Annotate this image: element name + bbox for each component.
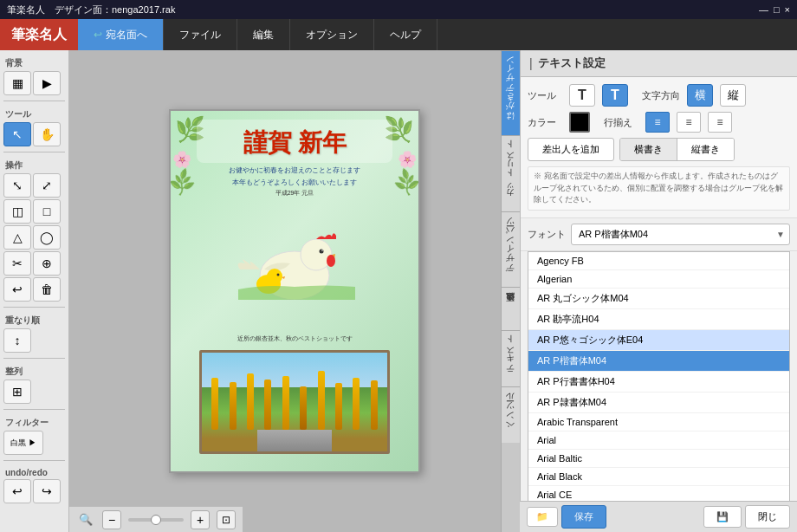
delete-btn[interactable]: 🗑 bbox=[33, 277, 61, 302]
titlebar: 筆楽名人 デザイン面：nenga2017.rak — □ × bbox=[0, 0, 797, 19]
postcard-title: 謹賀 新年 bbox=[243, 127, 347, 159]
menu-item-options[interactable]: オプション bbox=[290, 19, 374, 50]
horizontal-writing-btn[interactable]: 横書き bbox=[620, 139, 677, 160]
menu-item-file[interactable]: ファイル bbox=[164, 19, 237, 50]
tri-btn[interactable]: △ bbox=[3, 225, 31, 250]
save-btn[interactable]: 保存 bbox=[561, 505, 606, 529]
right-panel-header: | テキスト設定 bbox=[521, 50, 797, 77]
left-toolbar: 背景 ▦ ▶ ツール ↖ ✋ 操作 ⤡ ⤢ ◫ □ △ ◯ ✂ ⊕ ↩ bbox=[0, 50, 69, 532]
rect-btn[interactable]: ◫ bbox=[3, 199, 31, 224]
info-text: ※ 宛名面で設定中の差出人情報から作成します。作成されたものはグループ化されてい… bbox=[528, 166, 790, 211]
font-option-10[interactable]: Arial Baltic bbox=[528, 450, 789, 468]
align-btn[interactable]: ⊞ bbox=[3, 380, 31, 404]
direction-horizontal-btn[interactable]: 横 bbox=[687, 84, 713, 107]
close-btn[interactable]: × bbox=[785, 4, 790, 15]
font-option-0[interactable]: Agency FB bbox=[528, 252, 789, 270]
menubar: 筆楽名人 ↩ 宛名面へ ファイル 編集 オプション ヘルプ bbox=[0, 19, 797, 50]
app-logo: 筆楽名人 bbox=[0, 19, 78, 50]
maximize-btn[interactable]: □ bbox=[774, 4, 780, 15]
bg-btn[interactable]: ▦ bbox=[3, 71, 31, 95]
zoom-icon: 🔍 bbox=[76, 510, 95, 529]
font-option-11[interactable]: Arial Black bbox=[528, 468, 789, 486]
close-panel-btn[interactable]: 閉じ bbox=[745, 505, 790, 529]
font-dropdown-arrow: ▼ bbox=[776, 230, 785, 239]
undo-hist-btn[interactable]: ↩ bbox=[3, 479, 31, 503]
vtab-design[interactable]: デザインパーツ bbox=[502, 211, 520, 287]
menu-item-canvas[interactable]: ↩ 宛名面へ bbox=[78, 19, 164, 50]
direction-vertical-btn[interactable]: 縦 bbox=[720, 84, 746, 107]
font-option-9[interactable]: Arial bbox=[528, 431, 789, 450]
align-right-btn[interactable]: ≡ bbox=[708, 112, 732, 133]
rect2-btn[interactable]: □ bbox=[33, 199, 61, 224]
undo-btn[interactable]: ↩ bbox=[3, 277, 31, 302]
font-option-1[interactable]: Algerian bbox=[528, 270, 789, 289]
color-swatch[interactable] bbox=[569, 112, 590, 133]
close-right-btn[interactable]: 💾 bbox=[703, 506, 742, 528]
redo-hist-btn[interactable]: ↪ bbox=[33, 479, 61, 503]
zoom-fit-btn[interactable]: ⊡ bbox=[217, 510, 236, 529]
panel-icon: | bbox=[529, 56, 533, 70]
font-option-3[interactable]: AR 勘亭流H04 bbox=[528, 309, 789, 330]
font-select-display[interactable]: AR P楷書体M04 ▼ bbox=[571, 224, 790, 245]
direction-label: 文字方向 bbox=[642, 89, 680, 102]
align-left-btn[interactable]: ≡ bbox=[645, 112, 670, 133]
font-current-value: AR P楷書体M04 bbox=[579, 228, 648, 241]
font-label: フォント bbox=[528, 228, 566, 241]
font-option-5[interactable]: AR P楷書体M04 bbox=[528, 351, 789, 372]
svg-point-7 bbox=[277, 274, 280, 276]
titlebar-title: 筆楽名人 デザイン面：nenga2017.rak bbox=[7, 3, 175, 16]
tool-section-label: ツール bbox=[3, 105, 65, 122]
svg-point-4 bbox=[327, 255, 335, 267]
minimize-btn[interactable]: — bbox=[759, 4, 768, 15]
align-label: 行揃え bbox=[604, 116, 638, 129]
vertical-writing-btn[interactable]: 縦書き bbox=[677, 139, 734, 160]
right-panel: | テキスト設定 ツール T T 文字方向 横 縦 カラー 行揃え ≡ ≡ ≡ bbox=[520, 50, 797, 532]
scale2-btn[interactable]: ⤢ bbox=[33, 173, 61, 198]
menu-item-help[interactable]: ヘルプ bbox=[374, 19, 437, 50]
text-tool-btn-filled[interactable]: T bbox=[602, 84, 628, 107]
zoom-in-btn[interactable]: + bbox=[191, 510, 210, 529]
svg-point-6 bbox=[267, 269, 282, 284]
zoom-slider[interactable] bbox=[128, 518, 184, 522]
zoom-out-btn[interactable]: − bbox=[102, 510, 121, 529]
add-btn[interactable]: ⊕ bbox=[33, 251, 61, 276]
photo-caption: 近所の銀杏並木、秋のベストショットです bbox=[237, 334, 353, 343]
color-label: カラー bbox=[528, 116, 562, 129]
font-dropdown[interactable]: Agency FBAlgerianAR 丸ゴシック体M04AR 勘亭流H04AR… bbox=[528, 251, 790, 533]
hand-tool-btn[interactable]: ✋ bbox=[33, 122, 61, 146]
menu-item-edit[interactable]: 編集 bbox=[237, 19, 290, 50]
font-option-6[interactable]: AR P行書書体H04 bbox=[528, 372, 789, 393]
text-tool-btn-outline[interactable]: T bbox=[569, 84, 595, 107]
postcard: 🌿 🌿 🌸 🌸 🌿 🌿 謹賀 新年 お健やかに初春をお迎えのことと存じます 本年… bbox=[169, 109, 420, 473]
main-content: 背景 ▦ ▶ ツール ↖ ✋ 操作 ⤡ ⤢ ◫ □ △ ◯ ✂ ⊕ ↩ bbox=[0, 50, 797, 532]
filter-bw-btn[interactable]: 白黒 ▶ bbox=[3, 431, 43, 455]
vtab-hagaki[interactable]: はがきデザイン bbox=[502, 50, 520, 135]
import-btn[interactable]: 📁 bbox=[527, 507, 558, 527]
canvas-icon: ↩ bbox=[94, 29, 102, 41]
order-btn[interactable]: ↕ bbox=[3, 328, 31, 353]
font-option-4[interactable]: AR P悠々ゴシック体E04 bbox=[528, 330, 789, 351]
font-option-2[interactable]: AR 丸ゴシック体M04 bbox=[528, 289, 789, 309]
menu-items: ↩ 宛名面へ ファイル 編集 オプション ヘルプ bbox=[78, 19, 797, 50]
add-sender-btn[interactable]: 差出人を追加 bbox=[528, 138, 614, 161]
ops-section-label: 操作 bbox=[3, 156, 65, 173]
vtab-pen[interactable]: ペンツール bbox=[502, 386, 520, 443]
bg-arrow-btn[interactable]: ▶ bbox=[33, 71, 61, 95]
canvas-bottom: 🔍 − + ⊡ bbox=[69, 506, 243, 532]
bg-section-label: 背景 bbox=[3, 54, 65, 71]
font-option-7[interactable]: AR P隷書体M04 bbox=[528, 393, 789, 413]
canvas-area[interactable]: 🌿 🌿 🌸 🌸 🌿 🌿 謹賀 新年 お健やかに初春をお迎えのことと存じます 本年… bbox=[69, 50, 520, 532]
filter-section-label: フィルター bbox=[3, 413, 65, 431]
postcard-photo bbox=[199, 350, 390, 454]
vtab-image[interactable]: 画像読込 bbox=[502, 287, 520, 330]
circle-btn[interactable]: ◯ bbox=[33, 225, 61, 250]
vtab-cut[interactable]: カットリスト bbox=[502, 135, 520, 211]
vtab-text[interactable]: テキスト bbox=[502, 330, 520, 386]
align-center-btn[interactable]: ≡ bbox=[677, 112, 701, 133]
font-option-8[interactable]: Arabic Transparent bbox=[528, 413, 789, 431]
svg-point-2 bbox=[320, 250, 324, 254]
align-section-label: 整列 bbox=[3, 362, 65, 380]
scale-btn[interactable]: ⤡ bbox=[3, 173, 31, 198]
select-tool-btn[interactable]: ↖ bbox=[3, 122, 31, 146]
cut-btn[interactable]: ✂ bbox=[3, 251, 31, 276]
